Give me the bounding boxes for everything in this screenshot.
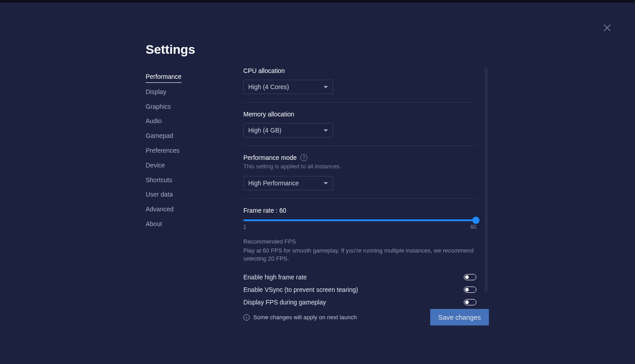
memory-dropdown[interactable]: High (4 GB) bbox=[243, 123, 333, 137]
memory-section: Memory allocation High (4 GB) bbox=[243, 111, 476, 146]
scrollbar[interactable] bbox=[485, 68, 488, 292]
toggle-label-high-fps: Enable high frame rate bbox=[243, 274, 307, 281]
framerate-slider[interactable] bbox=[243, 219, 476, 221]
recommended-fps-text: Play at 60 FPS for smooth gameplay. If y… bbox=[243, 247, 476, 263]
help-icon[interactable]: ? bbox=[300, 154, 307, 161]
sidebar-item-performance[interactable]: Performance bbox=[146, 69, 181, 83]
toggle-display-fps[interactable] bbox=[464, 299, 476, 305]
footer-note: i Some changes will apply on next launch bbox=[243, 314, 357, 321]
chevron-down-icon bbox=[324, 129, 328, 132]
cpu-dropdown-value: High (4 Cores) bbox=[248, 83, 289, 90]
sidebar-item-about[interactable]: About bbox=[146, 217, 226, 231]
performance-mode-note: This setting is applied to all instances… bbox=[243, 163, 476, 170]
sidebar-item-preferences[interactable]: Preferences bbox=[146, 143, 226, 158]
sidebar-item-graphics[interactable]: Graphics bbox=[146, 99, 226, 114]
footer: i Some changes will apply on next launch… bbox=[243, 309, 489, 325]
chevron-down-icon bbox=[324, 182, 328, 184]
sidebar-item-device[interactable]: Device bbox=[146, 158, 226, 173]
memory-dropdown-value: High (4 GB) bbox=[248, 127, 281, 134]
performance-mode-label: Performance mode ? bbox=[243, 154, 476, 161]
sidebar-item-display[interactable]: Display bbox=[146, 85, 226, 99]
save-changes-button[interactable]: Save changes bbox=[430, 309, 489, 325]
slider-max: 60 bbox=[471, 224, 476, 230]
sidebar-item-audio[interactable]: Audio bbox=[146, 114, 226, 128]
performance-mode-dropdown[interactable]: High Performance bbox=[243, 176, 333, 190]
info-icon: i bbox=[243, 314, 250, 321]
toggle-row-display-fps: Display FPS during gameplay bbox=[243, 296, 476, 308]
recommended-fps-title: Recommended FPS bbox=[243, 238, 476, 245]
toggle-row-high-fps: Enable high frame rate bbox=[243, 271, 476, 283]
close-button[interactable] bbox=[602, 22, 613, 33]
sidebar-item-shortcuts[interactable]: Shortcuts bbox=[146, 173, 226, 188]
slider-min: 1 bbox=[243, 224, 246, 230]
chevron-down-icon bbox=[324, 86, 328, 88]
toggle-row-vsync: Enable VSync (to prevent screen tearing) bbox=[243, 283, 476, 296]
toggle-label-vsync: Enable VSync (to prevent screen tearing) bbox=[243, 286, 358, 293]
slider-range-labels: 1 60 bbox=[243, 224, 476, 230]
page-title: Settings bbox=[146, 43, 195, 57]
toggle-vsync[interactable] bbox=[464, 287, 476, 293]
settings-sidebar: Performance Display Graphics Audio Gamep… bbox=[146, 69, 226, 231]
close-icon bbox=[602, 22, 613, 33]
cpu-label: CPU allocation bbox=[243, 67, 476, 74]
toggle-high-fps[interactable] bbox=[464, 274, 476, 280]
sidebar-item-advanced[interactable]: Advanced bbox=[146, 202, 226, 217]
settings-main: CPU allocation High (4 Cores) Memory all… bbox=[243, 67, 488, 325]
sidebar-item-gamepad[interactable]: Gamepad bbox=[146, 128, 226, 143]
cpu-dropdown[interactable]: High (4 Cores) bbox=[243, 80, 333, 94]
toggle-label-display-fps: Display FPS during gameplay bbox=[243, 299, 326, 306]
sidebar-item-user-data[interactable]: User data bbox=[146, 187, 226, 202]
framerate-label: Frame rate : 60 bbox=[243, 207, 476, 214]
performance-mode-value: High Performance bbox=[248, 180, 299, 187]
performance-mode-section: Performance mode ? This setting is appli… bbox=[243, 154, 476, 199]
cpu-section: CPU allocation High (4 Cores) bbox=[243, 67, 476, 103]
slider-thumb[interactable] bbox=[472, 217, 479, 224]
memory-label: Memory allocation bbox=[243, 111, 476, 118]
framerate-section: Frame rate : 60 1 60 Recommended FPS Pla… bbox=[243, 207, 476, 317]
